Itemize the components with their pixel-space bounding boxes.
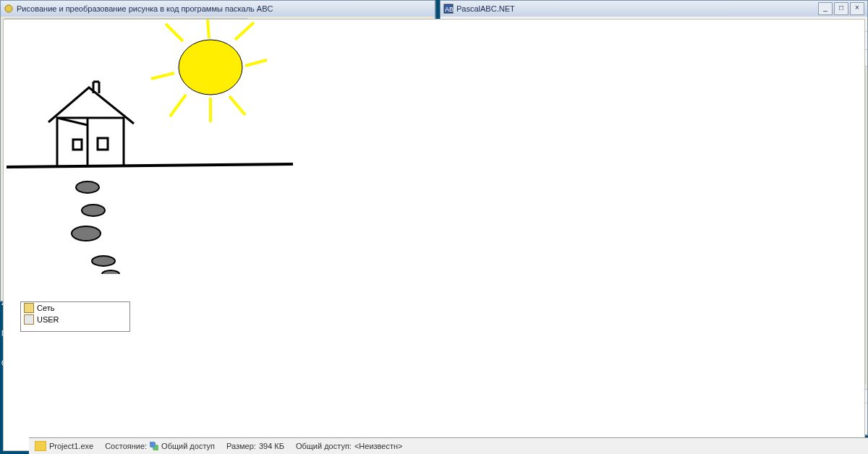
share-chunk: Общий доступ: <Неизвестн> [296,442,403,450]
graphabc-canvas [3,19,865,451]
svg-point-51 [92,256,115,266]
svg-line-35 [245,60,267,66]
ide-max-button[interactable]: □ [834,2,848,15]
folder-icon [24,303,34,313]
draw-app-title: Рисование и преобразование рисунка в код… [17,4,432,13]
graphabc-window: GraphABC.NET _ □ × [0,0,349,280]
svg-line-37 [229,96,245,115]
ide-close-button[interactable]: × [850,2,864,15]
computer-icon [24,314,34,325]
ide-title: PascalABC.NET [456,4,818,13]
draw-app-icon [4,4,14,14]
svg-line-36 [170,95,186,116]
state-chunk: Состояние: Общий доступ [105,442,215,450]
svg-point-48 [76,181,99,193]
tree-item-user[interactable]: USER [21,314,129,325]
project-name[interactable]: Project1.exe [35,441,93,451]
svg-point-49 [82,205,105,216]
ide-min-button[interactable]: _ [818,2,833,15]
ide-icon: AB [443,4,454,14]
svg-text:AB: AB [445,6,454,13]
svg-point-0 [5,5,12,12]
svg-point-50 [72,226,101,241]
tree-item-network[interactable]: Сеть [21,302,129,314]
share-icon [150,442,158,450]
draw-app-titlebar[interactable]: Рисование и преобразование рисунка в код… [1,1,435,17]
svg-point-31 [179,40,242,95]
svg-line-38 [208,20,209,38]
svg-line-33 [235,22,254,40]
app-icon [35,441,46,451]
svg-rect-44 [98,138,108,150]
svg-line-34 [151,73,174,79]
svg-rect-54 [35,441,46,451]
svg-line-40 [7,164,293,167]
size-chunk: Размер: 394 КБ [226,442,284,450]
ide-titlebar[interactable]: AB PascalABC.NET _ □ × [441,1,867,17]
desktop: 4 NetB Qt Рисование и преобразование рис… [0,0,868,454]
status-bar: Project1.exe Состояние: Общий доступ Раз… [29,437,868,454]
explorer-tree[interactable]: Сеть USER [20,301,130,332]
svg-rect-43 [73,140,82,150]
svg-line-32 [166,24,183,41]
svg-point-52 [102,270,119,274]
